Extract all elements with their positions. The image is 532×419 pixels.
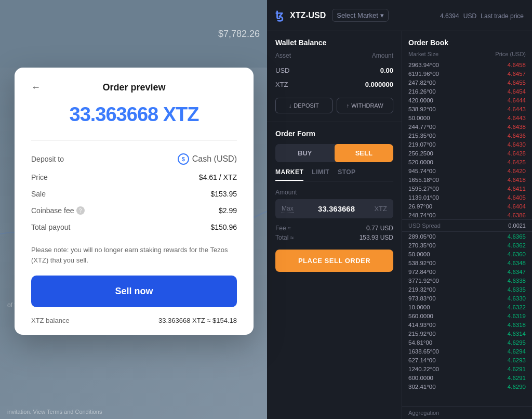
ask-row: 538.92°004.6443 xyxy=(402,104,532,113)
modal-title: Order preview xyxy=(31,82,237,93)
wallet-xtz-row: XTZ 0.000000 xyxy=(267,77,402,91)
bid-price: 4.6293 xyxy=(489,357,526,363)
amount-currency-label: XTZ xyxy=(374,205,387,213)
ask-size: 1139.01°00 xyxy=(408,194,450,201)
deposit-arrow-icon: ↓ xyxy=(289,102,292,109)
bid-size: 600.0000 xyxy=(408,375,450,381)
ask-size: 247.82°00 xyxy=(408,80,450,86)
bid-price: 4.6319 xyxy=(489,313,526,319)
bid-row: 289.05°004.6365 xyxy=(402,232,532,241)
bid-price: 4.6322 xyxy=(489,304,526,310)
stop-tab[interactable]: STOP xyxy=(338,168,355,181)
fee-display-row: Fee ≈ 0.77 USD xyxy=(275,225,393,232)
fee-row-label: Fee ≈ xyxy=(275,225,291,232)
price-row: Price $4.61 / XTZ xyxy=(31,169,237,186)
back-button[interactable]: ← xyxy=(31,82,41,93)
order-book-rows: 2963.94°004.64586191.96°004.6457247.82°0… xyxy=(402,60,532,406)
balance-value: 33.363668 XTZ ≈ $154.18 xyxy=(158,317,237,324)
ask-size: 219.07°00 xyxy=(408,141,450,148)
bid-size: 973.83°00 xyxy=(408,295,450,302)
ask-price: 4.6454 xyxy=(489,88,526,95)
bg-page-content: $7,782.26 xyxy=(0,0,270,68)
ask-size: 1655.18°00 xyxy=(408,177,450,183)
bid-size: 1240.22°00 xyxy=(408,366,450,372)
ask-price: 4.6405 xyxy=(489,194,526,201)
bid-row: 414.93°004.6318 xyxy=(402,320,532,329)
ask-size: 216.26°00 xyxy=(408,88,450,95)
ask-row: 6191.96°004.6457 xyxy=(402,69,532,78)
ask-size: 520.0000 xyxy=(408,159,450,165)
ask-price: 4.6425 xyxy=(489,159,526,165)
ask-price: 4.6455 xyxy=(489,80,526,86)
bid-price: 4.6330 xyxy=(489,295,526,302)
amount-input-value[interactable]: 33.363668 xyxy=(299,204,375,213)
bid-size: 3771.92°00 xyxy=(408,278,450,284)
order-form-title: Order Form xyxy=(275,129,393,144)
help-icon[interactable]: ? xyxy=(76,206,85,215)
order-book-title: Order Book xyxy=(408,38,448,47)
ask-price: 4.6404 xyxy=(489,203,526,210)
wallet-actions: ↓ DEPOSIT ↑ WITHDRAW xyxy=(267,91,402,122)
deposit-button[interactable]: ↓ DEPOSIT xyxy=(275,98,332,113)
price-value: $4.61 / XTZ xyxy=(199,173,237,181)
total-value: $150.96 xyxy=(210,223,237,231)
ask-price: 4.6443 xyxy=(489,115,526,121)
bid-row: 219.32°004.6335 xyxy=(402,285,532,294)
bid-row: 972.84°004.6347 xyxy=(402,267,532,276)
limit-tab[interactable]: LIMIT xyxy=(312,168,329,181)
sell-now-button[interactable]: Sell now xyxy=(31,276,237,307)
order-preview-modal: ← Order preview 33.363668 XTZ Deposit to… xyxy=(15,68,254,335)
ask-row: 215.35°004.6436 xyxy=(402,131,532,140)
bid-price: 4.6318 xyxy=(489,322,526,328)
spread-value: 0.0021 xyxy=(508,222,526,229)
ask-row: 420.00004.6444 xyxy=(402,96,532,104)
max-button[interactable]: Max xyxy=(282,205,294,213)
asset-col-header: Asset xyxy=(275,52,291,59)
ask-price: 4.6386 xyxy=(489,212,526,218)
select-market-button[interactable]: Select Market ▾ xyxy=(332,9,388,22)
place-sell-order-button[interactable]: PLACE SELL ORDER xyxy=(275,250,393,272)
withdraw-arrow-icon: ↑ xyxy=(347,102,350,109)
fee-row-value: 0.77 USD xyxy=(366,225,393,232)
deposit-btn-label: DEPOSIT xyxy=(294,102,318,109)
bid-row: 10.00004.6322 xyxy=(402,303,532,311)
select-market-label: Select Market xyxy=(337,11,378,19)
order-book-col-headers: Market Size Price (USD) xyxy=(402,51,532,60)
order-form-section: Order Form BUY SELL MARKET LIMIT STOP Am… xyxy=(267,122,402,279)
bid-price: 4.6362 xyxy=(489,242,526,248)
ask-size: 244.77°00 xyxy=(408,124,450,130)
ask-size: 2963.94°00 xyxy=(408,62,450,68)
trading-content: Wallet Balance Asset Amount USD 0.00 XTZ… xyxy=(267,31,532,419)
order-book-header: Order Book xyxy=(402,31,532,51)
price-col: Price (USD) xyxy=(495,51,526,57)
bid-size: 972.84°00 xyxy=(408,269,450,275)
bid-row: 270.35°004.6362 xyxy=(402,241,532,250)
spread-label: USD Spread xyxy=(408,222,441,229)
withdraw-button[interactable]: ↑ WITHDRAW xyxy=(337,98,394,113)
ask-row: 256.25004.6428 xyxy=(402,149,532,158)
pair-name: XTZ-USD xyxy=(290,11,326,20)
bid-row: 538.92°004.6348 xyxy=(402,258,532,267)
bid-size: 302.41°00 xyxy=(408,384,450,390)
usd-asset-label: USD xyxy=(275,67,289,74)
bid-price: 4.6360 xyxy=(489,251,526,257)
market-tab[interactable]: MARKET xyxy=(275,168,303,181)
ask-row: 945.74°004.6420 xyxy=(402,166,532,175)
order-details: Deposit to $ Cash (USD) Price $4.61 / XT… xyxy=(31,140,237,235)
sell-tab[interactable]: SELL xyxy=(335,144,394,162)
ask-rows: 2963.94°004.64586191.96°004.6457247.82°0… xyxy=(402,60,532,219)
order-book-panel: Order Book Market Size Price (USD) 2963.… xyxy=(402,31,532,419)
ask-row: 244.77°004.6438 xyxy=(402,122,532,131)
fee-label-container: Coinbase fee ? xyxy=(31,206,85,215)
wallet-usd-row: USD 0.00 xyxy=(267,63,402,77)
ask-price: 4.6418 xyxy=(489,177,526,183)
ask-price: 4.6458 xyxy=(489,62,526,68)
ask-price: 4.6457 xyxy=(489,71,526,77)
xtz-amount-wallet: 0.000000 xyxy=(365,81,393,88)
buy-tab[interactable]: BUY xyxy=(275,144,335,162)
deposit-value: $ Cash (USD) xyxy=(178,153,237,165)
ask-size: 26.97°00 xyxy=(408,203,450,210)
ask-size: 538.92°00 xyxy=(408,106,450,112)
ask-price: 4.6443 xyxy=(489,106,526,112)
xtz-balance-row: XTZ balance 33.363668 XTZ ≈ $154.18 xyxy=(31,315,237,324)
